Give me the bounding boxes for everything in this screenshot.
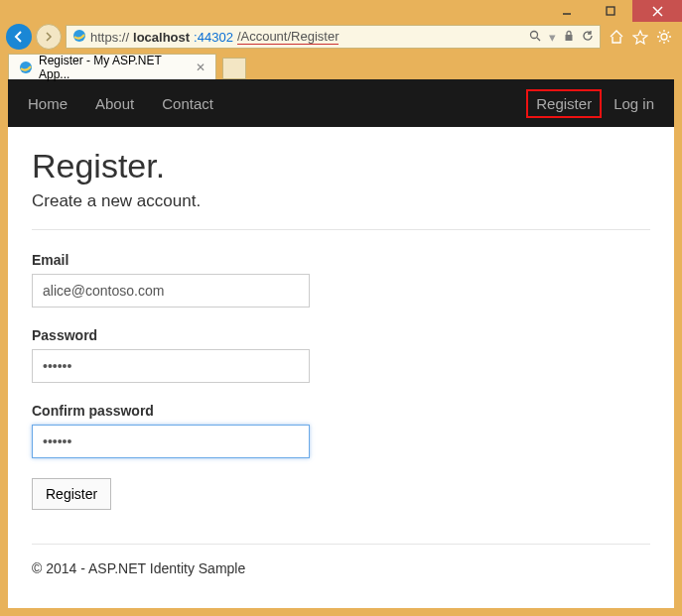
browser-toolbar: https://localhost:44302/Account/Register… (0, 22, 682, 52)
password-input[interactable] (32, 349, 310, 383)
refresh-icon[interactable] (582, 30, 594, 45)
close-button[interactable] (632, 0, 682, 22)
svg-line-13 (659, 32, 661, 34)
page-footer: © 2014 - ASP.NET Identity Sample (32, 544, 650, 576)
lock-icon[interactable] (564, 30, 574, 45)
home-icon[interactable] (609, 29, 624, 45)
nav-about[interactable]: About (95, 95, 134, 112)
ie-favicon-icon (19, 61, 33, 74)
register-button[interactable]: Register (32, 478, 111, 510)
confirm-password-input[interactable] (32, 425, 310, 458)
forward-button[interactable] (36, 24, 62, 50)
password-label: Password (32, 327, 650, 343)
nav-home[interactable]: Home (28, 95, 68, 112)
svg-rect-1 (607, 7, 614, 15)
ie-icon (72, 29, 86, 46)
search-icon[interactable] (529, 30, 541, 45)
favorites-icon[interactable] (632, 29, 648, 45)
nav-contact[interactable]: Contact (162, 95, 213, 112)
minimize-button[interactable] (545, 0, 589, 22)
site-navbar: Home About Contact Register Log in (8, 79, 674, 127)
svg-point-8 (661, 34, 667, 40)
browser-tab[interactable]: Register - My ASP.NET App... ✕ (8, 54, 216, 79)
separator: ▾ (549, 30, 556, 45)
nav-register[interactable]: Register (526, 89, 602, 118)
svg-line-6 (537, 38, 540, 41)
maximize-button[interactable] (589, 0, 632, 22)
divider (32, 229, 650, 230)
address-bar[interactable]: https://localhost:44302/Account/Register… (66, 25, 601, 49)
tab-title: Register - My ASP.NET App... (39, 54, 190, 81)
tab-close-icon[interactable]: ✕ (196, 61, 205, 74)
address-bar-actions: ▾ (529, 30, 594, 45)
page-content: Home About Contact Register Log in Regis… (8, 79, 674, 608)
nav-login[interactable]: Log in (614, 95, 654, 112)
url-protocol: https:// (90, 30, 129, 45)
window-titlebar (0, 0, 682, 22)
url-port: :44302 (194, 30, 233, 45)
page-heading: Register. (32, 147, 650, 185)
back-button[interactable] (6, 24, 32, 50)
svg-line-15 (659, 41, 661, 43)
url-host: localhost (133, 30, 190, 45)
email-label: Email (32, 252, 650, 268)
svg-rect-7 (566, 35, 573, 41)
browser-tabbar: Register - My ASP.NET App... ✕ (0, 52, 682, 79)
new-tab-button[interactable] (222, 58, 246, 79)
confirm-password-label: Confirm password (32, 403, 650, 419)
svg-point-5 (531, 31, 538, 38)
page-subtitle: Create a new account. (32, 191, 650, 211)
settings-icon[interactable] (656, 29, 672, 45)
svg-line-14 (668, 41, 670, 43)
email-input[interactable] (32, 274, 310, 308)
svg-line-16 (668, 32, 670, 34)
url-path: /Account/Register (237, 29, 340, 45)
